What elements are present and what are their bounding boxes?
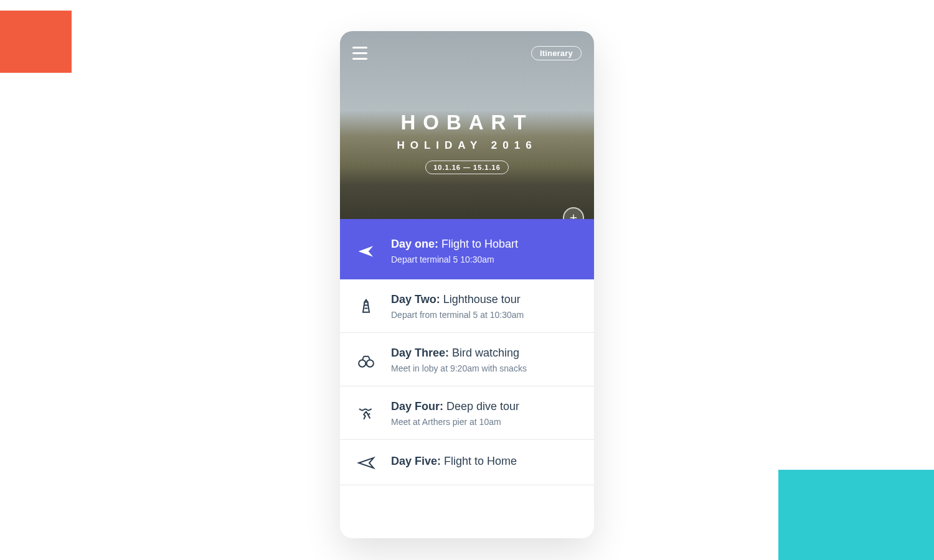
svg-point-0 [359,360,366,366]
itinerary-item-day-three[interactable]: Day Three: Bird watching Meet in loby at… [340,333,594,386]
trip-subtitle: HOLIDAY 2016 [340,139,594,152]
activity-detail: Depart terminal 5 10:30am [391,254,518,264]
activity-label: Deep dive tour [446,400,519,413]
trip-title: HOBART [340,111,594,134]
activity-label: Flight to Home [444,455,517,467]
binoculars-icon [357,351,375,370]
add-button[interactable] [563,207,584,219]
decor-teal-square [778,470,934,560]
diving-icon [357,404,375,423]
decor-coral-square [0,11,72,73]
lighthouse-icon [357,297,375,316]
activity-detail: Meet in loby at 9:20am with snacks [391,363,527,373]
activity-detail: Depart from terminal 5 at 10:30am [391,310,524,320]
activity-label: Flight to Hobart [441,238,518,250]
activity-label: Lighthouse tour [443,293,521,306]
airplane-outline-icon [357,454,375,472]
menu-icon[interactable] [352,47,367,60]
day-label: Day Five: [391,455,441,467]
trip-hero: Itinerary HOBART HOLIDAY 2016 10.1.16 — … [340,31,594,219]
day-label: Day one: [391,238,438,250]
plus-icon [569,213,578,219]
day-label: Day Three: [391,347,449,359]
day-label: Day Two: [391,293,440,306]
svg-point-1 [367,360,374,366]
activity-label: Bird watching [452,347,519,359]
itinerary-item-day-four[interactable]: Day Four: Deep dive tour Meet at Arthers… [340,386,594,440]
itinerary-list: Day one: Flight to Hobart Depart termina… [340,219,594,485]
itinerary-item-day-two[interactable]: Day Two: Lighthouse tour Depart from ter… [340,279,594,333]
phone-frame: Itinerary HOBART HOLIDAY 2016 10.1.16 — … [340,31,594,538]
itinerary-badge[interactable]: Itinerary [531,46,582,60]
day-label: Day Four: [391,400,443,413]
airplane-icon [357,242,375,261]
activity-detail: Meet at Arthers pier at 10am [391,417,519,427]
itinerary-item-day-one[interactable]: Day one: Flight to Hobart Depart termina… [340,219,594,279]
itinerary-item-day-five[interactable]: Day Five: Flight to Home [340,440,594,485]
trip-date-range: 10.1.16 — 15.1.16 [425,161,509,174]
